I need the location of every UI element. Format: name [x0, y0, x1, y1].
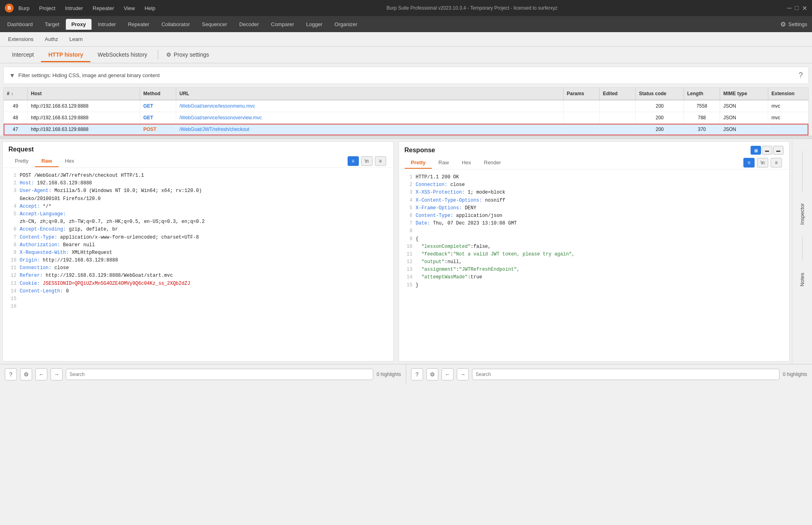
filter-bar[interactable]: ▼ Filter settings: Hiding CSS, image and…: [3, 67, 809, 84]
row-49-status: 200: [636, 100, 684, 112]
resp-settings-button[interactable]: ⚙: [426, 368, 438, 380]
response-tab-hex[interactable]: Hex: [455, 157, 477, 169]
req-line-8: 8 Authorization: Bearer null: [8, 241, 388, 249]
panel-splitter[interactable]: [0, 136, 812, 139]
view-btn-list[interactable]: ▬: [762, 146, 772, 155]
filter-help-icon[interactable]: ?: [799, 71, 803, 80]
table-row[interactable]: 48 http://192.168.63.129:8888 GET /WebGo…: [4, 112, 808, 124]
col-header-length[interactable]: Length: [684, 88, 720, 100]
request-toolbar-wrap-btn[interactable]: \n: [361, 156, 372, 166]
nav-organizer[interactable]: Organizer: [329, 19, 363, 30]
row-48-host: http://192.168.63.129:8888: [28, 112, 140, 123]
nav-sequencer[interactable]: Sequencer: [196, 19, 233, 30]
nav-dashboard[interactable]: Dashboard: [2, 19, 39, 30]
resp-line-2: 2 Connection: close: [405, 181, 784, 189]
proxy-settings-label[interactable]: Proxy settings: [174, 51, 209, 58]
proxy-settings-button[interactable]: ⚙ Proxy settings: [161, 49, 214, 60]
col-header-host[interactable]: Host: [28, 88, 140, 100]
nav-authz[interactable]: Authz: [40, 35, 63, 44]
settings-icon[interactable]: ⚙: [780, 20, 786, 28]
table-row-selected[interactable]: 47 http://192.168.63.129:8888 POST /WebG…: [4, 124, 808, 135]
row-49-method: GET: [140, 100, 176, 112]
response-tab-render[interactable]: Render: [478, 157, 508, 169]
req-settings-button[interactable]: ⚙: [20, 368, 32, 380]
nav-target[interactable]: Target: [39, 19, 65, 30]
response-tab-pretty[interactable]: Pretty: [405, 157, 432, 169]
resp-line-3: 3 X-XSS-Protection: 1; mode=block: [405, 189, 784, 196]
response-toolbar-wrap-btn[interactable]: \n: [757, 158, 768, 168]
menu-help[interactable]: Help: [143, 4, 157, 12]
row-48-method: GET: [140, 112, 176, 123]
req-help-button[interactable]: ?: [5, 368, 17, 380]
row-47-length: 370: [684, 124, 720, 135]
tab-http-history[interactable]: HTTP history: [41, 48, 90, 62]
request-tab-pretty[interactable]: Pretty: [8, 155, 35, 167]
tab-divider: [158, 50, 158, 59]
view-btn-grid[interactable]: ▦: [751, 146, 761, 155]
response-content: 1 HTTP/1.1 200 OK 2 Connection: close 3 …: [399, 170, 790, 361]
col-header-params[interactable]: Params: [564, 88, 600, 100]
row-48-edited: [600, 112, 636, 123]
col-header-status[interactable]: Status code: [636, 88, 684, 100]
nav-intruder[interactable]: Intruder: [92, 19, 122, 30]
request-panel-title: Request: [3, 142, 393, 155]
request-toolbar-menu-btn[interactable]: ≡: [375, 156, 386, 166]
resp-line-15: 15 }: [405, 282, 784, 289]
tab-intercept[interactable]: Intercept: [5, 48, 41, 62]
menu-view[interactable]: View: [122, 4, 136, 12]
close-button[interactable]: ✕: [802, 4, 807, 12]
response-tab-raw[interactable]: Raw: [432, 157, 455, 169]
resp-line-12: 12 "output":null,: [405, 258, 784, 266]
nav-repeater[interactable]: Repeater: [122, 19, 155, 30]
request-tab-hex[interactable]: Hex: [59, 155, 81, 167]
request-search-input[interactable]: [66, 369, 373, 380]
resp-line-6: 6 Content-Type: application/json: [405, 212, 784, 220]
col-header-extension[interactable]: Extension: [768, 88, 808, 100]
inspector-tab[interactable]: Inspector: [798, 199, 807, 229]
response-toolbar-menu-btn[interactable]: ≡: [771, 158, 782, 168]
request-toolbar-pretty-btn[interactable]: ≡: [348, 156, 359, 166]
response-toolbar-pretty-btn[interactable]: ≡: [743, 158, 755, 168]
table-row[interactable]: 49 http://192.168.63.129:8888 GET /WebGo…: [4, 100, 808, 112]
nav-collaborator[interactable]: Collaborator: [156, 19, 195, 30]
resp-back-button[interactable]: ←: [442, 368, 454, 380]
settings-label[interactable]: Settings: [788, 21, 807, 27]
resp-forward-button[interactable]: →: [457, 368, 469, 380]
resp-line-5: 5 X-Frame-Options: DENY: [405, 204, 784, 212]
menu-burp[interactable]: Burp: [17, 4, 31, 12]
menu-intruder[interactable]: Intruder: [63, 4, 85, 12]
minimize-button[interactable]: ─: [787, 4, 792, 12]
titlebar: B Burp Project Intruder Repeater View He…: [0, 0, 812, 16]
menu-project[interactable]: Project: [37, 4, 57, 12]
request-highlights-badge: 0 highlights: [376, 372, 401, 377]
row-49-edited: [600, 100, 636, 112]
row-47-url: /WebGoat/JWT/refresh/checkout: [176, 124, 564, 135]
req-line-5: 5 Accept-Language:: [8, 210, 388, 218]
req-back-button[interactable]: ←: [35, 368, 47, 380]
req-forward-button[interactable]: →: [51, 368, 63, 380]
nav-extensions[interactable]: Extensions: [3, 35, 39, 44]
col-header-url[interactable]: URL: [176, 88, 564, 100]
notes-tab[interactable]: Notes: [798, 269, 807, 290]
menu-repeater[interactable]: Repeater: [91, 4, 116, 12]
nav-learn[interactable]: Learn: [65, 35, 88, 44]
request-tab-raw[interactable]: Raw: [35, 155, 59, 167]
nav-proxy[interactable]: Proxy: [66, 19, 92, 30]
response-search-input[interactable]: [472, 369, 779, 380]
tab-websockets-history[interactable]: WebSockets history: [90, 48, 154, 62]
resp-line-9: 9 {: [405, 235, 784, 243]
maximize-button[interactable]: □: [795, 4, 799, 12]
col-header-edited[interactable]: Edited: [600, 88, 636, 100]
nav-comparer[interactable]: Comparer: [265, 19, 300, 30]
response-bottom-section: ? ⚙ ← → 0 highlights: [406, 364, 812, 384]
col-header-num[interactable]: # ↕: [4, 88, 28, 100]
titlebar-menu: Burp Project Intruder Repeater View Help: [17, 4, 157, 12]
resp-help-button[interactable]: ?: [411, 368, 423, 380]
view-btn-compact[interactable]: ▬: [773, 146, 784, 155]
resp-line-11: 11 "feedback":"Not a valid JWT token, pl…: [405, 251, 784, 258]
nav-logger[interactable]: Logger: [301, 19, 328, 30]
second-nav: Extensions Authz Learn: [0, 32, 812, 47]
nav-decoder[interactable]: Decoder: [234, 19, 265, 30]
col-header-method[interactable]: Method: [140, 88, 176, 100]
col-header-mime[interactable]: MIME type: [720, 88, 768, 100]
